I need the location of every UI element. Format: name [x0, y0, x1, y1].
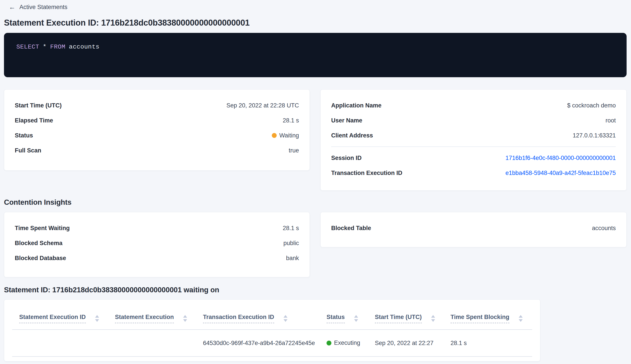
cell-statement-execution: [108, 330, 196, 356]
time-spent-waiting-value: 28.1 s: [283, 225, 299, 232]
cell-transaction-execution-id: 64530d0c-969f-437e-a9b4-26a72245e45e: [196, 330, 320, 356]
table-row: 64530d0c-969f-437e-a9b4-26a72245e45e Exe…: [12, 330, 532, 356]
client-address-row: Client Address 127.0.0.1:63321: [331, 128, 616, 143]
client-address-label: Client Address: [331, 132, 373, 139]
status-executing-text: Executing: [334, 340, 360, 346]
blocked-table-card: Blocked Table accounts: [320, 212, 626, 247]
sql-statement-box: SELECT*FROMaccounts: [4, 33, 626, 77]
elapsed-time-value: 28.1 s: [283, 117, 299, 124]
card-divider: [331, 146, 616, 147]
page-title: Statement Execution ID: 1716b218dc0b3838…: [4, 18, 626, 28]
blocked-schema-row: Blocked Schema public: [15, 236, 299, 250]
column-header-label[interactable]: Start Time (UTC): [375, 314, 422, 323]
column-header-status[interactable]: Status: [320, 300, 368, 330]
column-header-time-spent-blocking[interactable]: Time Spent Blocking: [444, 300, 532, 330]
full-scan-value: true: [288, 147, 299, 154]
back-navigation: ← Active Statements: [9, 3, 626, 12]
sort-icon[interactable]: [95, 315, 99, 322]
sort-icon[interactable]: [519, 315, 523, 322]
table-header-row: Statement Execution ID Statement Executi…: [12, 300, 532, 330]
sql-star: *: [43, 44, 46, 50]
elapsed-time-label: Elapsed Time: [15, 117, 53, 124]
start-time-value: Sep 20, 2022 at 22:28 UTC: [226, 102, 299, 109]
time-spent-waiting-label: Time Spent Waiting: [15, 225, 70, 232]
session-summary-card: Application Name $ cockroach demo User N…: [320, 89, 626, 190]
status-executing-dot-icon: [326, 340, 332, 346]
blocked-schema-value: public: [283, 240, 299, 247]
user-name-row: User Name root: [331, 113, 616, 128]
blocked-database-label: Blocked Database: [15, 255, 66, 262]
start-time-row: Start Time (UTC) Sep 20, 2022 at 22:28 U…: [15, 98, 299, 113]
sql-statement-text: SELECT*FROMaccounts: [16, 44, 100, 50]
full-scan-label: Full Scan: [15, 147, 41, 154]
blocked-table-value: accounts: [592, 225, 616, 232]
status-waiting-text: Waiting: [279, 132, 299, 139]
summary-cards-row: Start Time (UTC) Sep 20, 2022 at 22:28 U…: [4, 89, 626, 190]
elapsed-time-row: Elapsed Time 28.1 s: [15, 113, 299, 128]
column-header-label[interactable]: Status: [326, 314, 345, 323]
client-address-value: 127.0.0.1:63321: [573, 132, 616, 139]
sql-keyword-select: SELECT: [16, 44, 39, 50]
cell-time-spent-blocking: 28.1 s: [444, 330, 532, 356]
start-time-label: Start Time (UTC): [15, 102, 62, 109]
sql-table-name: accounts: [69, 44, 99, 50]
session-id-row: Session ID 1716b1f6-4e0c-f480-0000-00000…: [331, 150, 616, 166]
waiting-statements-table: Statement Execution ID Statement Executi…: [12, 300, 532, 357]
waiting-statements-table-card: Statement Execution ID Statement Executi…: [4, 299, 540, 361]
full-scan-row: Full Scan true: [15, 143, 299, 158]
transaction-execution-id-label: Transaction Execution ID: [331, 170, 402, 176]
blocked-table-row: Blocked Table accounts: [331, 220, 616, 236]
sort-icon[interactable]: [354, 315, 358, 322]
back-arrow-icon: ←: [9, 4, 16, 10]
transaction-execution-id-row: Transaction Execution ID e1bba458-5948-4…: [331, 166, 616, 180]
contention-cards-row: Time Spent Waiting 28.1 s Blocked Schema…: [4, 212, 626, 277]
blocked-database-value: bank: [286, 255, 299, 262]
column-header-transaction-execution-id[interactable]: Transaction Execution ID: [196, 300, 320, 330]
column-header-label[interactable]: Statement Execution ID: [19, 314, 86, 323]
column-header-statement-execution-id[interactable]: Statement Execution ID: [12, 300, 108, 330]
time-spent-waiting-row: Time Spent Waiting 28.1 s: [15, 220, 299, 236]
column-header-statement-execution[interactable]: Statement Execution: [108, 300, 196, 330]
back-to-active-statements-link[interactable]: ← Active Statements: [9, 4, 68, 10]
user-name-label: User Name: [331, 117, 362, 124]
column-header-label[interactable]: Transaction Execution ID: [203, 314, 274, 323]
contention-waiting-card: Time Spent Waiting 28.1 s Blocked Schema…: [4, 212, 310, 277]
contention-insights-heading: Contention Insights: [4, 198, 626, 206]
status-label: Status: [15, 132, 33, 139]
cell-status: Executing: [320, 330, 368, 356]
status-value: Waiting: [272, 132, 299, 139]
waiting-on-heading: Statement ID: 1716b218dc0b38380000000000…: [4, 286, 626, 294]
execution-summary-card: Start Time (UTC) Sep 20, 2022 at 22:28 U…: [4, 89, 310, 170]
cell-start-time: Sep 20, 2022 at 22:27: [368, 330, 444, 356]
column-header-start-time[interactable]: Start Time (UTC): [368, 300, 444, 330]
status-waiting-dot-icon: [272, 133, 277, 138]
transaction-execution-id-link[interactable]: e1bba458-5948-40a9-a42f-5feac1b10e75: [506, 170, 616, 176]
statement-details-page: ← Active Statements Statement Execution …: [0, 0, 631, 364]
application-name-label: Application Name: [331, 102, 382, 109]
user-name-value: root: [606, 117, 616, 124]
application-name-row: Application Name $ cockroach demo: [331, 98, 616, 113]
application-name-value: $ cockroach demo: [567, 102, 616, 109]
column-header-label[interactable]: Statement Execution: [115, 314, 174, 323]
status-row: Status Waiting: [15, 128, 299, 143]
sort-icon[interactable]: [431, 315, 435, 322]
session-id-label: Session ID: [331, 155, 362, 162]
cell-statement-execution-id: [12, 330, 108, 356]
session-id-link[interactable]: 1716b1f6-4e0c-f480-0000-000000000001: [506, 155, 616, 162]
column-header-label[interactable]: Time Spent Blocking: [450, 314, 510, 323]
sort-icon[interactable]: [183, 315, 187, 322]
back-link-label: Active Statements: [20, 4, 68, 10]
blocked-database-row: Blocked Database bank: [15, 250, 299, 266]
sql-keyword-from: FROM: [50, 44, 65, 50]
sort-icon[interactable]: [284, 315, 288, 322]
blocked-schema-label: Blocked Schema: [15, 240, 62, 247]
blocked-table-label: Blocked Table: [331, 225, 371, 232]
